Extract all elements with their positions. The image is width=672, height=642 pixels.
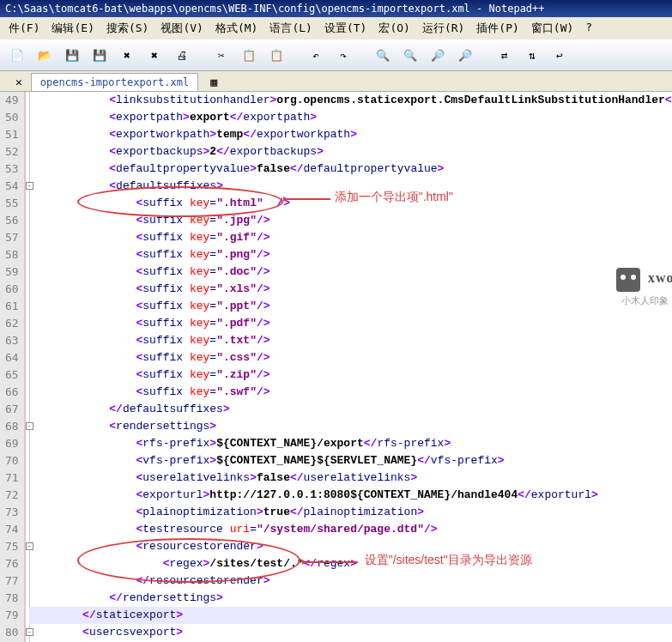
- code-line[interactable]: <userelativelinks>false</userelativelink…: [29, 469, 672, 487]
- code-line[interactable]: <exportworkpath>temp</exportworkpath>: [29, 126, 672, 143]
- code-line[interactable]: <vfs-prefix>${CONTEXT_NAME}${SERVLET_NAM…: [29, 452, 672, 469]
- code-line[interactable]: <testresource uri="/system/shared/page.d…: [29, 521, 672, 538]
- zoomout-icon[interactable]: 🔎: [453, 43, 477, 67]
- code-line[interactable]: <linksubstitutionhandler>org.opencms.sta…: [29, 92, 672, 109]
- toggle1-icon[interactable]: ⇄: [493, 43, 517, 67]
- menu-bar: 件(F)编辑(E)搜索(S)视图(V)格式(M)语言(L)设置(T)宏(O)运行…: [0, 17, 672, 39]
- code-line[interactable]: <suffix key=".xls"/>: [29, 281, 672, 298]
- code-line[interactable]: <regex>/sites/test/.*</regex>: [29, 555, 672, 572]
- code-line[interactable]: <rfs-prefix>${CONTEXT_NAME}/export</rfs-…: [29, 435, 672, 452]
- code-line[interactable]: <suffix key=".gif"/>: [29, 229, 672, 246]
- code-line[interactable]: <suffix key=".swf"/>: [29, 384, 672, 401]
- menu-item[interactable]: 设置(T): [319, 19, 372, 38]
- watermark: xwood.net 小木人印象: [616, 268, 672, 309]
- close-icon[interactable]: ✕: [10, 74, 27, 90]
- menu-item[interactable]: 窗口(W): [526, 19, 578, 38]
- toggle2-icon[interactable]: ⇅: [520, 43, 544, 67]
- code-line[interactable]: </defaultsuffixes>: [29, 401, 672, 418]
- menu-item[interactable]: 运行(R): [417, 19, 469, 38]
- code-line[interactable]: <suffix key=".zip"/>: [29, 366, 672, 384]
- code-line[interactable]: <suffix key=".png"/>: [29, 246, 672, 263]
- menu-item[interactable]: 语言(L): [264, 19, 317, 38]
- editor-area[interactable]: 4950515253545556575859606162636465666768…: [0, 92, 672, 642]
- find-icon[interactable]: 🔍: [371, 43, 395, 67]
- code-line[interactable]: <suffix key=".ppt"/>: [29, 298, 672, 315]
- code-line[interactable]: <plainoptimization>true</plainoptimizati…: [29, 504, 672, 521]
- redo-icon[interactable]: ↷: [331, 43, 355, 67]
- code-line[interactable]: <exportpath>export</exportpath>: [29, 109, 672, 126]
- window-title: C:\Saas\tomcat6-bat\webapps\opencms\WEB-…: [0, 0, 672, 17]
- code-line[interactable]: <defaultsuffixes>: [29, 178, 672, 195]
- code-line[interactable]: </staticexport>: [29, 607, 672, 624]
- close-icon[interactable]: ✖: [115, 43, 139, 67]
- robot-icon: [616, 268, 640, 292]
- code-line[interactable]: <suffix key=".jpg"/>: [29, 212, 672, 229]
- code-line[interactable]: <rendersettings>: [29, 418, 672, 435]
- replace-icon[interactable]: 🔍: [398, 43, 422, 67]
- toolbar: 📄📂💾💾✖✖🖨✂📋📋↶↷🔍🔍🔎🔎⇄⇅↩: [0, 39, 672, 71]
- code-line[interactable]: <suffix key=".css"/>: [29, 349, 672, 366]
- print-icon[interactable]: 🖨: [170, 43, 194, 67]
- line-number-gutter: 4950515253545556575859606162636465666768…: [0, 92, 25, 642]
- tab-bar: ✕ opencms-importexport.xml ▦: [0, 71, 672, 92]
- menu-item[interactable]: ?: [580, 19, 597, 38]
- code-line[interactable]: </resourcestorender>: [29, 572, 672, 590]
- code-line[interactable]: <exporturl>http://127.0.0.1:8080${CONTEX…: [29, 487, 672, 504]
- code-line[interactable]: <suffix key=".html" />: [29, 195, 672, 212]
- code-content[interactable]: 添加一个导出项".html" 设置"/sites/test"目录为导出资源 xw…: [26, 92, 672, 642]
- menu-item[interactable]: 件(F): [3, 19, 45, 38]
- saveall-icon[interactable]: 💾: [88, 43, 112, 67]
- undo-icon[interactable]: ↶: [304, 43, 328, 67]
- wrap-icon[interactable]: ↩: [548, 43, 572, 67]
- new-icon[interactable]: 📄: [5, 43, 29, 67]
- menu-item[interactable]: 视图(V): [155, 19, 208, 38]
- code-line[interactable]: </rendersettings>: [29, 590, 672, 607]
- code-line[interactable]: <resourcestorender>: [29, 538, 672, 555]
- code-line[interactable]: <usercsvexport>: [29, 624, 672, 641]
- code-line[interactable]: <defaultpropertyvalue>false</defaultprop…: [29, 160, 672, 178]
- zoom-icon[interactable]: 🔎: [426, 43, 450, 67]
- paste-icon[interactable]: 📋: [264, 43, 288, 67]
- code-line[interactable]: <exportbackups>2</exportbackups>: [29, 143, 672, 160]
- save-icon[interactable]: 💾: [60, 43, 84, 67]
- code-line[interactable]: <suffix key=".doc"/>: [29, 263, 672, 281]
- cut-icon[interactable]: ✂: [209, 43, 233, 67]
- code-line[interactable]: <suffix key=".txt"/>: [29, 332, 672, 349]
- menu-item[interactable]: 编辑(E): [46, 19, 99, 38]
- tab-overflow-icon[interactable]: ▦: [205, 74, 222, 90]
- menu-item[interactable]: 插件(P): [471, 19, 524, 38]
- menu-item[interactable]: 搜索(S): [101, 19, 154, 38]
- open-icon[interactable]: 📂: [33, 43, 57, 67]
- file-tab[interactable]: opencms-importexport.xml: [31, 73, 198, 91]
- menu-item[interactable]: 格式(M): [210, 19, 263, 38]
- menu-item[interactable]: 宏(O): [373, 19, 415, 38]
- code-line[interactable]: <suffix key=".pdf"/>: [29, 315, 672, 332]
- closeall-icon[interactable]: ✖: [142, 43, 166, 67]
- copy-icon[interactable]: 📋: [237, 43, 261, 67]
